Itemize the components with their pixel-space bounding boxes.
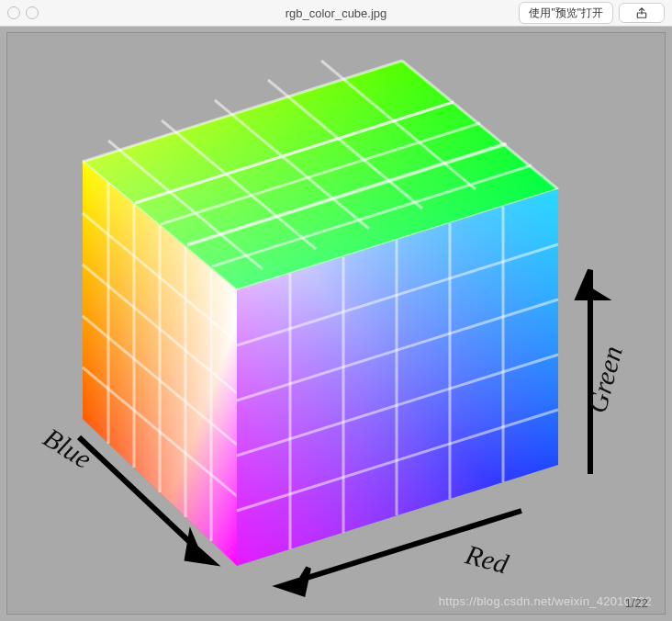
image-viewport: Blue Red Green https://blog.csdn.net/wei… xyxy=(6,32,666,615)
watermark-text: https://blog.csdn.net/weixin_42010722 xyxy=(439,594,652,608)
open-with-preview-button[interactable]: 使用"预览"打开 xyxy=(519,2,613,24)
close-icon[interactable] xyxy=(7,6,20,19)
svg-marker-48 xyxy=(578,270,602,298)
share-button[interactable] xyxy=(619,3,665,23)
fullscreen-icon[interactable] xyxy=(26,6,39,19)
rgb-cube-image: Blue Red Green https://blog.csdn.net/wei… xyxy=(7,33,665,614)
svg-marker-44 xyxy=(187,536,212,562)
share-icon xyxy=(635,6,648,19)
preview-toolbar: rgb_color_cube.jpg 使用"预览"打开 xyxy=(0,0,672,27)
page-indicator: 1/22 xyxy=(625,596,648,610)
cube-svg xyxy=(7,33,665,614)
svg-marker-46 xyxy=(281,568,308,593)
